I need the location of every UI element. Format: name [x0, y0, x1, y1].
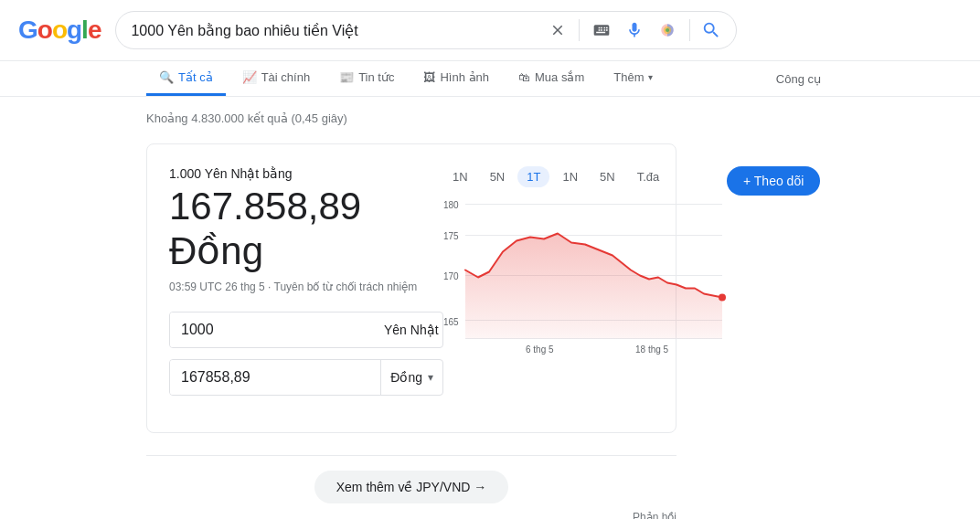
- search-nav-icon: 🔍: [159, 70, 174, 84]
- tab-all[interactable]: 🔍 Tất cả: [146, 61, 226, 96]
- chart-tab-5n-2[interactable]: 5N: [591, 166, 624, 187]
- tab-shopping[interactable]: 🛍 Mua sắm: [506, 61, 597, 96]
- from-input-wrap: Yên Nhật ▾: [169, 312, 443, 348]
- from-currency-selector[interactable]: Yên Nhật ▾: [375, 315, 443, 344]
- svg-text:165: 165: [443, 317, 459, 327]
- tab-shopping-label: Mua sắm: [535, 70, 584, 84]
- right-panel: 1N 5N 1T 1N 5N T.đa 180 175 170 165: [443, 166, 727, 359]
- search-input[interactable]: [131, 22, 540, 38]
- lens-icon[interactable]: [656, 19, 678, 41]
- news-icon: 📰: [339, 70, 354, 84]
- svg-text:170: 170: [443, 271, 459, 281]
- disclaimer-link[interactable]: Tuyên bố từ chối trách nhiệm: [274, 281, 418, 293]
- tab-images-label: Hình ảnh: [440, 70, 489, 84]
- chevron-down-icon2: ▾: [428, 371, 433, 384]
- search-bar: [115, 11, 737, 49]
- chart-tabs: 1N 5N 1T 1N 5N T.đa: [443, 166, 727, 187]
- tab-more-label: Thêm: [613, 70, 644, 84]
- search-icons: [548, 19, 721, 41]
- chart-tab-1n-1[interactable]: 1N: [443, 166, 477, 187]
- shopping-icon: 🛍: [518, 70, 530, 84]
- chart-tab-5n-1[interactable]: 5N: [481, 166, 515, 187]
- images-icon: 🖼: [423, 70, 435, 84]
- line-chart: 180 175 170 165: [443, 195, 727, 359]
- google-logo: Google: [18, 16, 101, 45]
- to-amount-input[interactable]: [170, 360, 380, 395]
- timestamp-text: 03:59 UTC 26 thg 5: [169, 281, 265, 293]
- tools-button[interactable]: Công cụ: [763, 65, 834, 93]
- tab-news[interactable]: 📰 Tin tức: [326, 61, 407, 96]
- follow-button[interactable]: + Theo dõi: [727, 166, 820, 196]
- tab-finance-label: Tài chính: [261, 70, 310, 84]
- to-input-wrap: Đồng ▾: [169, 359, 443, 396]
- nav-tabs: 🔍 Tất cả 📈 Tài chính 📰 Tin tức 🖼 Hình ản…: [0, 61, 980, 97]
- chart-area: 180 175 170 165: [443, 195, 727, 359]
- results-area: Khoảng 4.830.000 kết quả (0,45 giây) 1.0…: [0, 97, 823, 519]
- feedback-link[interactable]: Phản hồi: [633, 511, 676, 519]
- finance-icon: 📈: [242, 70, 257, 84]
- result-count: Khoảng 4.830.000 kết quả (0,45 giây): [146, 111, 676, 125]
- svg-point-1: [666, 28, 669, 32]
- left-section: 1.000 Yên Nhật bằng 167.858,89 Đồng 03:5…: [169, 166, 443, 407]
- to-currency-selector[interactable]: Đồng ▾: [381, 363, 442, 392]
- timestamp: 03:59 UTC 26 thg 5 · Tuyên bố từ chối tr…: [169, 281, 443, 293]
- svg-text:180: 180: [443, 200, 459, 210]
- chart-tab-1n-2[interactable]: 1N: [553, 166, 587, 187]
- divider2: [689, 19, 690, 41]
- tab-images[interactable]: 🖼 Hình ảnh: [410, 61, 502, 96]
- from-currency-label: Yên Nhật: [384, 323, 439, 337]
- chevron-down-icon: ▾: [648, 72, 653, 82]
- svg-text:175: 175: [443, 231, 459, 241]
- card-top: 1.000 Yên Nhật bằng 167.858,89 Đồng 03:5…: [169, 166, 654, 407]
- conversion-card: 1.000 Yên Nhật bằng 167.858,89 Đồng 03:5…: [146, 143, 676, 433]
- voice-icon[interactable]: [623, 19, 645, 41]
- svg-text:6 thg 5: 6 thg 5: [526, 344, 554, 355]
- more-info-section: Xem thêm về JPY/VND →: [146, 455, 676, 503]
- svg-text:18 thg 5: 18 thg 5: [635, 344, 669, 355]
- tab-more[interactable]: Thêm ▾: [601, 61, 666, 96]
- from-amount-input[interactable]: [170, 312, 375, 347]
- tab-all-label: Tất cả: [178, 70, 213, 84]
- to-converter-row: Đồng ▾: [169, 359, 443, 396]
- chart-tab-1t[interactable]: 1T: [517, 166, 549, 187]
- search-button[interactable]: [701, 20, 721, 40]
- tab-news-label: Tin tức: [358, 70, 394, 84]
- from-label: 1.000 Yên Nhật bằng: [169, 166, 443, 181]
- clear-button[interactable]: [548, 20, 568, 40]
- more-info-button[interactable]: Xem thêm về JPY/VND →: [314, 471, 509, 503]
- feedback-row: Phản hồi: [146, 503, 676, 519]
- result-amount: 167.858,89 Đồng: [169, 185, 443, 273]
- chart-tab-tda[interactable]: T.đa: [628, 166, 669, 187]
- from-converter-row: Yên Nhật ▾: [169, 312, 443, 348]
- tab-finance[interactable]: 📈 Tài chính: [229, 61, 323, 96]
- divider: [579, 19, 580, 41]
- header: Google: [0, 0, 980, 61]
- to-currency-label: Đồng: [390, 370, 422, 385]
- keyboard-icon[interactable]: [591, 19, 612, 41]
- chart-endpoint: [719, 294, 726, 302]
